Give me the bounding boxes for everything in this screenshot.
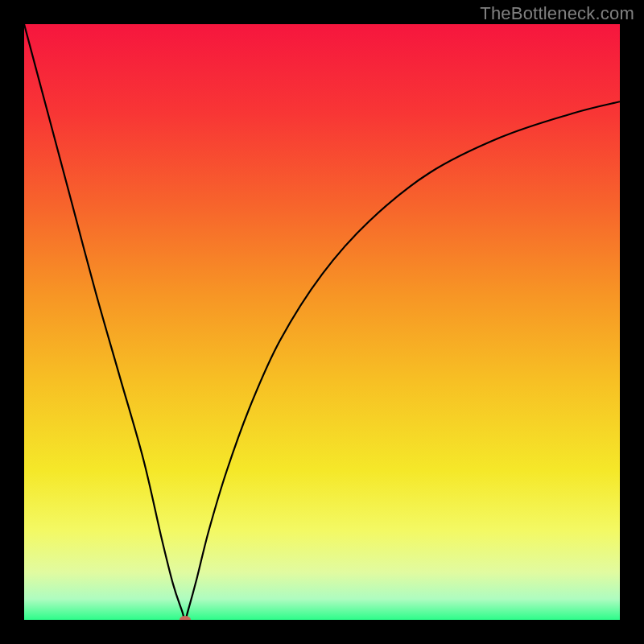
watermark-text: TheBottleneck.com	[480, 3, 634, 24]
bottleneck-curve	[24, 24, 620, 620]
plot-area	[24, 24, 620, 620]
minimum-marker	[180, 616, 191, 620]
chart-frame: TheBottleneck.com	[0, 0, 644, 644]
